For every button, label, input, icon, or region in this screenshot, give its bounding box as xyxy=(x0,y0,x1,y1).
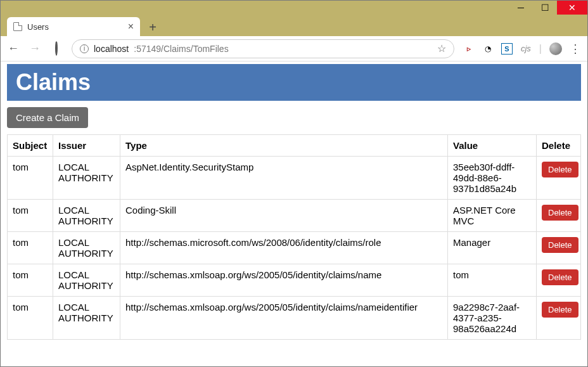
page-viewport: Claims Create a Claim Subject Issuer Typ… xyxy=(1,61,587,366)
table-row: tomLOCAL AUTHORITYhttp://schemas.microso… xyxy=(8,232,581,264)
cell-type: AspNet.Identity.SecurityStamp xyxy=(120,157,448,200)
delete-button[interactable]: Delete xyxy=(542,237,578,253)
forward-button[interactable]: → xyxy=(29,42,41,55)
back-button[interactable]: ← xyxy=(7,42,20,55)
cell-type: Coding-Skill xyxy=(120,200,448,232)
tab-close-button[interactable]: × xyxy=(128,21,134,32)
browser-tab-strip: Users × + xyxy=(1,15,587,36)
cell-issuer: LOCAL AUTHORITY xyxy=(53,232,120,264)
cell-value: Manager xyxy=(448,232,537,264)
cell-subject: tom xyxy=(8,232,53,264)
cell-delete: Delete xyxy=(537,264,581,297)
cell-subject: tom xyxy=(8,297,53,340)
cell-value: ASP.NET Core MVC xyxy=(448,200,537,232)
table-row: tomLOCAL AUTHORITYAspNet.Identity.Securi… xyxy=(8,157,581,200)
browser-tab[interactable]: Users × xyxy=(7,17,140,36)
table-header-row: Subject Issuer Type Value Delete xyxy=(8,135,581,157)
col-header-delete: Delete xyxy=(537,135,581,157)
cell-type: http://schemas.xmlsoap.org/ws/2005/05/id… xyxy=(120,264,448,297)
cell-delete: Delete xyxy=(537,232,581,264)
window-titlebar: ─ ☐ ✕ xyxy=(1,1,587,15)
cell-type: http://schemas.microsoft.com/ws/2008/06/… xyxy=(120,232,448,264)
tab-title: Users xyxy=(27,22,49,32)
url-host: localhost xyxy=(94,44,129,54)
cell-value: 35eeb30f-ddff-49dd-88e6-937b1d85a24b xyxy=(448,157,537,200)
extension-icon-2[interactable]: ◔ xyxy=(482,43,494,55)
browser-menu-button[interactable]: ⋮ xyxy=(570,42,581,56)
cell-issuer: LOCAL AUTHORITY xyxy=(53,264,120,297)
extension-separator: | xyxy=(539,43,542,55)
cell-type: http://schemas.xmlsoap.org/ws/2005/05/id… xyxy=(120,297,448,340)
claims-table: Subject Issuer Type Value Delete tomLOCA… xyxy=(7,134,581,340)
browser-toolbar: ← → i localhost:57149/Claims/TomFiles ☆ … xyxy=(1,36,587,61)
profile-avatar[interactable] xyxy=(549,42,562,55)
cell-delete: Delete xyxy=(537,200,581,232)
cell-subject: tom xyxy=(8,264,53,297)
window-minimize-button[interactable]: ─ xyxy=(509,1,533,15)
url-path: :57149/Claims/TomFiles xyxy=(134,44,228,54)
col-header-value: Value xyxy=(448,135,537,157)
page-heading: Claims xyxy=(7,64,581,101)
delete-button[interactable]: Delete xyxy=(542,269,578,285)
reload-icon xyxy=(55,41,58,56)
extensions-area: ▹ ◔ S cjs | ⋮ xyxy=(463,42,581,56)
table-row: tomLOCAL AUTHORITYhttp://schemas.xmlsoap… xyxy=(8,264,581,297)
window-close-button[interactable]: ✕ xyxy=(557,1,587,15)
cell-issuer: LOCAL AUTHORITY xyxy=(53,157,120,200)
window-maximize-button[interactable]: ☐ xyxy=(533,1,557,15)
address-bar[interactable]: i localhost:57149/Claims/TomFiles ☆ xyxy=(72,39,454,58)
delete-button[interactable]: Delete xyxy=(542,162,578,177)
col-header-subject: Subject xyxy=(8,135,53,157)
cell-value: tom xyxy=(448,264,537,297)
new-tab-button[interactable]: + xyxy=(144,18,162,36)
site-info-icon[interactable]: i xyxy=(80,44,89,53)
col-header-issuer: Issuer xyxy=(53,135,120,157)
reload-button[interactable] xyxy=(50,42,63,55)
table-row: tomLOCAL AUTHORITYhttp://schemas.xmlsoap… xyxy=(8,297,581,340)
cell-issuer: LOCAL AUTHORITY xyxy=(53,200,120,232)
bookmark-star-icon[interactable]: ☆ xyxy=(437,42,446,55)
extension-icon-1[interactable]: ▹ xyxy=(463,43,475,55)
table-row: tomLOCAL AUTHORITYCoding-SkillASP.NET Co… xyxy=(8,200,581,232)
cell-subject: tom xyxy=(8,157,53,200)
page-icon xyxy=(13,22,22,31)
col-header-type: Type xyxy=(120,135,448,157)
cell-delete: Delete xyxy=(537,157,581,200)
create-claim-button[interactable]: Create a Claim xyxy=(7,107,88,128)
cell-value: 9a2298c7-2aaf-4377-a235-98a526aa224d xyxy=(448,297,537,340)
delete-button[interactable]: Delete xyxy=(542,302,578,318)
cell-subject: tom xyxy=(8,200,53,232)
cell-delete: Delete xyxy=(537,297,581,340)
delete-button[interactable]: Delete xyxy=(542,205,578,221)
cell-issuer: LOCAL AUTHORITY xyxy=(53,297,120,340)
extension-icon-3[interactable]: S xyxy=(501,43,513,55)
extension-cjs[interactable]: cjs xyxy=(520,43,532,55)
